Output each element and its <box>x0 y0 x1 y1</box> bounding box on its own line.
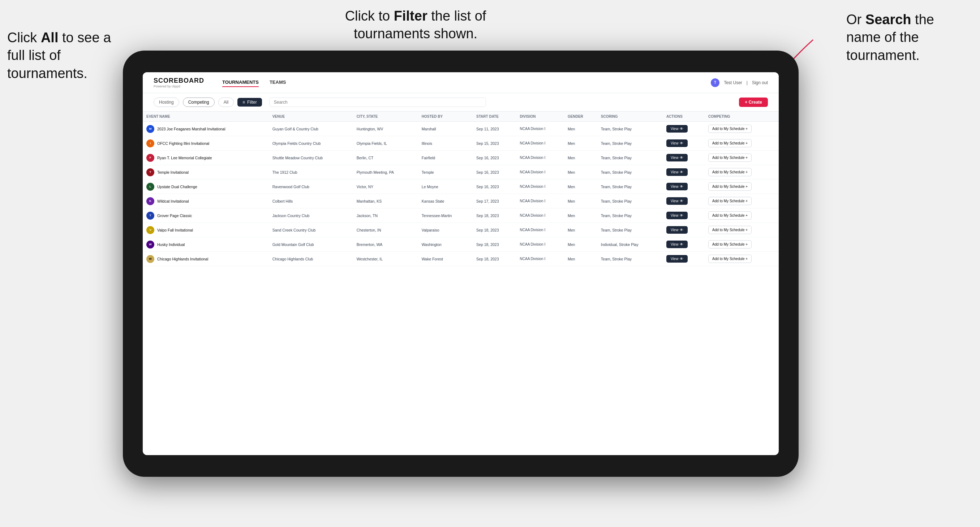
tab-competing[interactable]: Competing <box>183 97 215 107</box>
add-to-schedule-button[interactable]: Add to My Schedule + <box>708 255 752 263</box>
add-to-schedule-button[interactable]: Add to My Schedule + <box>708 125 752 133</box>
actions-cell: View 👁 <box>663 136 705 151</box>
gender-cell: Men <box>564 165 597 179</box>
actions-cell: View 👁 <box>663 223 705 237</box>
start-date-cell: Sep 18, 2023 <box>473 223 516 237</box>
eye-icon: 👁 <box>680 242 683 246</box>
competing-cell: Add to My Schedule + <box>705 179 779 194</box>
team-logo: W <box>146 255 154 263</box>
gender-cell: Men <box>564 223 597 237</box>
city-state-cell: Westchester, IL <box>353 252 418 266</box>
division-cell: NCAA Division I <box>516 136 564 151</box>
scoring-cell: Individual, Stroke Play <box>597 237 663 252</box>
scoring-cell: Team, Stroke Play <box>597 208 663 223</box>
sign-out-link[interactable]: Sign out <box>752 80 768 85</box>
city-state-cell: Manhattan, KS <box>353 194 418 208</box>
hosted-by-cell: Fairfield <box>418 151 473 165</box>
add-to-schedule-button[interactable]: Add to My Schedule + <box>708 168 752 176</box>
venue-cell: Gold Mountain Golf Club <box>269 237 353 252</box>
col-venue: VENUE <box>269 112 353 122</box>
city-state-cell: Bremerton, WA <box>353 237 418 252</box>
logo-sub: Powered by clippd <box>154 84 204 88</box>
eye-icon: 👁 <box>680 213 683 217</box>
division-cell: NCAA Division I <box>516 122 564 136</box>
nav-tournaments[interactable]: TOURNAMENTS <box>222 78 259 87</box>
filter-button[interactable]: ≡ Filter <box>237 98 262 106</box>
gender-cell: Men <box>564 194 597 208</box>
view-button[interactable]: View 👁 <box>667 197 688 205</box>
event-name-cell: K Wildcat Invitational <box>143 194 269 208</box>
competing-cell: Add to My Schedule + <box>705 237 779 252</box>
city-state-cell: Jackson, TN <box>353 208 418 223</box>
division-cell: NCAA Division I <box>516 252 564 266</box>
gender-cell: Men <box>564 252 597 266</box>
user-name: Test User <box>724 80 742 85</box>
add-to-schedule-button[interactable]: Add to My Schedule + <box>708 139 752 148</box>
actions-cell: View 👁 <box>663 208 705 223</box>
scoring-cell: Team, Stroke Play <box>597 223 663 237</box>
view-button[interactable]: View 👁 <box>667 255 688 263</box>
team-logo: I <box>146 140 154 148</box>
venue-cell: Shuttle Meadow Country Club <box>269 151 353 165</box>
col-gender: GENDER <box>564 112 597 122</box>
actions-cell: View 👁 <box>663 194 705 208</box>
event-name-cell: I OFCC Fighting Illini Invitational <box>143 136 269 151</box>
logo: SCOREBOARD Powered by clippd <box>154 77 204 88</box>
eye-icon: 👁 <box>680 170 683 174</box>
team-logo: V <box>146 226 154 234</box>
event-name-cell: M 2023 Joe Feaganes Marshall Invitationa… <box>143 122 269 136</box>
view-button[interactable]: View 👁 <box>667 125 688 133</box>
tab-all[interactable]: All <box>218 97 234 107</box>
view-button[interactable]: View 👁 <box>667 241 688 248</box>
start-date-cell: Sep 11, 2023 <box>473 122 516 136</box>
city-state-cell: Olympia Fields, IL <box>353 136 418 151</box>
table-row: W Chicago Highlands Invitational Chicago… <box>143 252 779 266</box>
col-start-date: START DATE <box>473 112 516 122</box>
hosted-by-cell: Washington <box>418 237 473 252</box>
scoring-cell: Team, Stroke Play <box>597 194 663 208</box>
view-button[interactable]: View 👁 <box>667 226 688 234</box>
nav-teams[interactable]: TEAMS <box>270 78 286 87</box>
add-to-schedule-button[interactable]: Add to My Schedule + <box>708 197 752 205</box>
event-name: Grover Page Classic <box>157 213 192 218</box>
venue-cell: Chicago Highlands Club <box>269 252 353 266</box>
hosted-by-cell: Kansas State <box>418 194 473 208</box>
col-scoring: SCORING <box>597 112 663 122</box>
competing-cell: Add to My Schedule + <box>705 122 779 136</box>
view-button[interactable]: View 👁 <box>667 168 688 176</box>
col-city-state: CITY, STATE <box>353 112 418 122</box>
actions-cell: View 👁 <box>663 165 705 179</box>
add-to-schedule-button[interactable]: Add to My Schedule + <box>708 154 752 162</box>
scoring-cell: Team, Stroke Play <box>597 151 663 165</box>
competing-cell: Add to My Schedule + <box>705 223 779 237</box>
view-button[interactable]: View 👁 <box>667 183 688 190</box>
avatar: T <box>711 78 719 87</box>
add-to-schedule-button[interactable]: Add to My Schedule + <box>708 226 752 234</box>
search-input[interactable] <box>269 97 486 107</box>
add-to-schedule-button[interactable]: Add to My Schedule + <box>708 183 752 191</box>
event-name-cell: T Grover Page Classic <box>143 208 269 223</box>
create-button[interactable]: + Create <box>739 97 768 107</box>
scoring-cell: Team, Stroke Play <box>597 179 663 194</box>
view-button[interactable]: View 👁 <box>667 212 688 219</box>
event-name: 2023 Joe Feaganes Marshall Invitational <box>157 127 226 131</box>
header-right: T Test User | Sign out <box>711 78 768 87</box>
team-logo: K <box>146 197 154 205</box>
view-button[interactable]: View 👁 <box>667 154 688 162</box>
tab-hosting[interactable]: Hosting <box>154 97 179 107</box>
col-division: DIVISION <box>516 112 564 122</box>
start-date-cell: Sep 16, 2023 <box>473 151 516 165</box>
add-to-schedule-button[interactable]: Add to My Schedule + <box>708 240 752 249</box>
add-to-schedule-button[interactable]: Add to My Schedule + <box>708 211 752 220</box>
scoring-cell: Team, Stroke Play <box>597 165 663 179</box>
start-date-cell: Sep 16, 2023 <box>473 165 516 179</box>
view-button[interactable]: View 👁 <box>667 140 688 147</box>
tablet-screen: SCOREBOARD Powered by clippd TOURNAMENTS… <box>143 72 779 455</box>
table-row: W Husky Individual Gold Mountain Golf Cl… <box>143 237 779 252</box>
event-name-cell: W Chicago Highlands Invitational <box>143 252 269 266</box>
division-cell: NCAA Division I <box>516 194 564 208</box>
start-date-cell: Sep 16, 2023 <box>473 179 516 194</box>
hosted-by-cell: Temple <box>418 165 473 179</box>
start-date-cell: Sep 15, 2023 <box>473 136 516 151</box>
separator: | <box>746 80 748 85</box>
